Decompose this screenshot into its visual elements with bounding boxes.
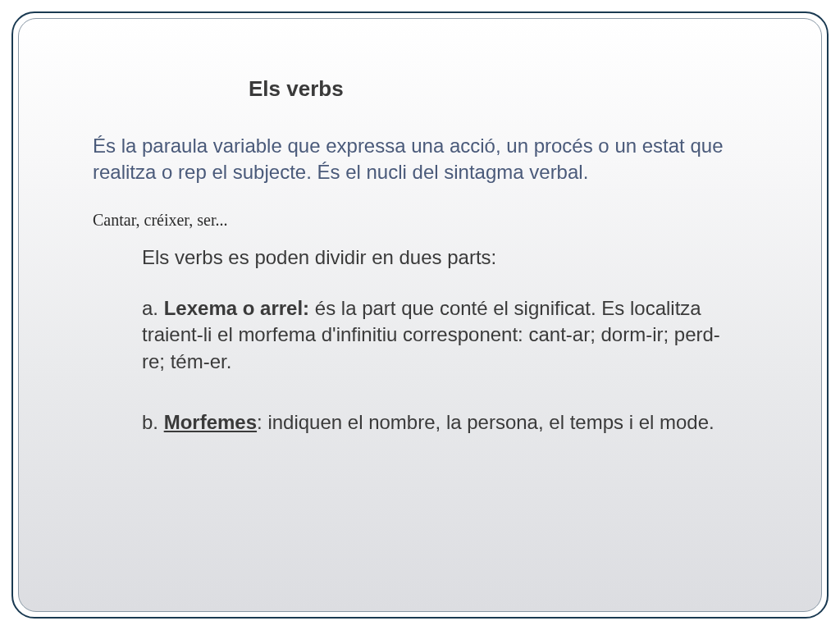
item-a-prefix: a.: [142, 297, 164, 319]
intro-line: Els verbs es poden dividir en dues parts…: [142, 246, 723, 269]
item-b-rest: : indiquen el nombre, la persona, el tem…: [257, 411, 714, 433]
item-a: a. Lexema o arrel: és la part que conte…: [142, 295, 723, 375]
slide-inner-frame: Els verbs És la paraula variable que ex…: [18, 18, 822, 612]
body-block: Els verbs es poden dividir en dues parts…: [142, 246, 723, 436]
slide-title: Els verbs: [249, 76, 772, 102]
item-b: b. Morfemes: indiquen el nombre, la pers…: [142, 409, 723, 436]
item-b-prefix: b.: [142, 411, 164, 433]
item-a-label: Lexema o arrel:: [164, 297, 309, 319]
item-b-label: Morfemes: [164, 411, 257, 433]
definition-paragraph: És la paraula variable que expressa una…: [93, 133, 747, 186]
examples-line: Cantar, créixer, ser...: [93, 211, 772, 230]
slide-outer-frame: Els verbs És la paraula variable que ex…: [11, 11, 829, 619]
